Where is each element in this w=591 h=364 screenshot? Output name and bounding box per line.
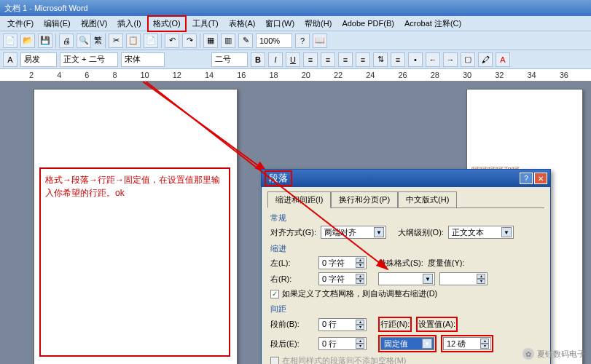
preview-icon[interactable]: 🔍 — [77, 33, 91, 48]
measure-spinner[interactable]: ▴▾ — [439, 272, 488, 285]
line-spacing-label: 行距(N): — [380, 320, 410, 328]
standard-toolbar: 📄 📂 💾 🖨 🔍 繁 ✂ 📋 📄 ↶ ↷ ▦ ▥ ✎ 100% ? 📖 — [0, 31, 591, 50]
group-spacing: 间距 — [270, 304, 541, 314]
after-label: 段后(E): — [270, 339, 314, 349]
auto-indent-checkbox[interactable]: ✓如果定义了文档网格，则自动调整右缩进(D) — [270, 288, 541, 299]
easy-dev-select[interactable]: 易发 — [20, 52, 57, 67]
align-label: 对齐方式(G): — [270, 227, 316, 238]
menu-table[interactable]: 表格(A) — [224, 17, 260, 31]
font-color-icon[interactable]: A — [496, 52, 510, 67]
numbering-icon[interactable]: ≡ — [391, 52, 405, 67]
columns-icon[interactable]: ▥ — [221, 33, 235, 48]
align-center-icon[interactable]: ≡ — [321, 52, 335, 67]
chevron-down-icon: ▼ — [374, 227, 384, 237]
italic-icon[interactable]: I — [268, 52, 283, 67]
dialog-tabs: 缩进和间距(I) 换行和分页(P) 中文版式(H) — [262, 187, 550, 207]
document-area: 格式→段落→行距→固定值，在设置值那里输入你希望的行距。ok 呵呵呵呵和呵 呵呵… — [0, 82, 591, 364]
bullets-icon[interactable]: • — [408, 52, 423, 67]
format-icon[interactable]: A — [3, 52, 17, 67]
cut-icon[interactable]: ✂ — [109, 33, 123, 48]
underline-icon[interactable]: U — [286, 52, 300, 67]
align-right-icon[interactable]: ≡ — [338, 52, 353, 67]
tab-indent-spacing[interactable]: 缩进和间距(I) — [267, 191, 331, 208]
line-spacing-combo[interactable]: 固定值▼ — [380, 337, 434, 350]
zoom-select[interactable]: 100% — [256, 33, 292, 48]
watermark: ✿ 夏钰数码电子 — [522, 348, 585, 360]
watermark-icon: ✿ — [522, 348, 534, 360]
size-select[interactable]: 二号 — [211, 52, 248, 67]
undo-icon[interactable]: ↶ — [165, 33, 179, 48]
chevron-down-icon: ▼ — [501, 227, 512, 237]
increase-indent-icon[interactable]: → — [443, 52, 458, 67]
menu-acrobat[interactable]: Acrobat 注释(C) — [400, 17, 466, 31]
no-space-checkbox: 在相同样式的段落间不添加空格(M) — [270, 355, 541, 364]
table-icon[interactable]: ▦ — [203, 33, 218, 48]
save-icon[interactable]: 💾 — [38, 33, 52, 48]
app-title: 文档 1 - Microsoft Word — [4, 3, 88, 14]
style-select[interactable]: 正文 + 二号 — [60, 52, 118, 67]
dialog-body: 常规 对齐方式(G): 两端对齐▼ 大纲级别(O): 正文文本▼ 缩进 左(L)… — [262, 208, 550, 364]
menu-format[interactable]: 格式(O) — [147, 15, 187, 32]
indent-right-label: 右(R): — [270, 274, 314, 285]
indent-right-spinner[interactable]: 0 字符▴▾ — [318, 272, 367, 285]
font-select[interactable]: 宋体 — [121, 52, 165, 67]
bold-icon[interactable]: B — [251, 52, 265, 67]
chevron-down-icon: ▼ — [422, 339, 432, 349]
menu-file[interactable]: 文件(F) — [3, 17, 38, 31]
justify-icon[interactable]: ≡ — [356, 52, 370, 67]
menu-edit[interactable]: 编辑(E) — [39, 17, 75, 31]
decrease-indent-icon[interactable]: ← — [426, 52, 440, 67]
menu-view[interactable]: 视图(V) — [77, 17, 112, 31]
menu-insert[interactable]: 插入(I) — [113, 17, 145, 31]
borders-icon[interactable]: ▢ — [461, 52, 475, 67]
tab-chinese[interactable]: 中文版式(H) — [398, 191, 457, 207]
chevron-down-icon: ▼ — [423, 274, 433, 284]
separator — [55, 33, 56, 48]
menu-window[interactable]: 窗口(W) — [261, 17, 299, 31]
separator — [161, 33, 162, 48]
align-left-icon[interactable]: ≡ — [303, 52, 318, 67]
print-icon[interactable]: 🖨 — [59, 33, 74, 48]
drawing-icon[interactable]: ✎ — [238, 33, 253, 48]
read-icon[interactable]: 📖 — [313, 33, 327, 48]
redo-icon[interactable]: ↷ — [182, 33, 197, 48]
special-combo[interactable]: ▼ — [378, 272, 435, 285]
measure-label: 度量值(Y): — [428, 258, 465, 269]
set-value-spinner[interactable]: 12 磅▴▾ — [443, 337, 491, 350]
title-bar: 文档 1 - Microsoft Word — [0, 0, 591, 16]
outline-label: 大纲级别(O): — [398, 227, 444, 238]
group-indent: 缩进 — [270, 243, 541, 254]
dialog-title: 段落 — [265, 170, 292, 186]
menu-help[interactable]: 帮助(H) — [300, 17, 336, 31]
line-spacing-icon[interactable]: ⇅ — [373, 52, 388, 67]
group-general: 常规 — [270, 213, 541, 223]
horizontal-ruler[interactable]: 2468101214161820222426283032343638 — [0, 68, 591, 82]
dialog-titlebar[interactable]: 段落 ? ✕ — [262, 170, 550, 187]
tab-line-page[interactable]: 换行和分页(P) — [331, 191, 398, 207]
separator — [200, 33, 200, 48]
help-icon[interactable]: ? — [295, 33, 310, 48]
align-combo[interactable]: 两端对齐▼ — [321, 226, 386, 239]
indent-left-spinner[interactable]: 0 字符▴▾ — [318, 256, 367, 269]
copy-icon[interactable]: 📋 — [126, 33, 141, 48]
before-spinner[interactable]: 0 行▴▾ — [318, 318, 367, 331]
new-doc-icon[interactable]: 📄 — [3, 33, 17, 48]
after-spinner[interactable]: 0 行▴▾ — [318, 337, 367, 350]
menu-adobe-pdf[interactable]: Adobe PDF(B) — [337, 17, 399, 29]
paste-icon[interactable]: 📄 — [144, 33, 158, 48]
special-label: 特殊格式(S): — [378, 258, 423, 269]
menu-tools[interactable]: 工具(T) — [188, 17, 223, 31]
formatting-toolbar: A 易发 正文 + 二号 宋体 二号 B I U ≡ ≡ ≡ ≡ ⇅ ≡ • ←… — [0, 50, 591, 68]
paragraph-dialog: 段落 ? ✕ 缩进和间距(I) 换行和分页(P) 中文版式(H) 常规 对齐方式… — [261, 169, 551, 364]
outline-combo[interactable]: 正文文本▼ — [448, 226, 514, 239]
annotation-note: 格式→段落→行距→固定值，在设置值那里输入你希望的行距。ok — [39, 167, 230, 357]
separator — [105, 33, 106, 48]
highlight-icon[interactable]: 🖍 — [478, 52, 493, 67]
open-icon[interactable]: 📂 — [20, 33, 35, 48]
dialog-close-icon[interactable]: ✕ — [534, 173, 547, 184]
trad-simp-label: 繁 — [94, 35, 102, 46]
menu-bar: 文件(F) 编辑(E) 视图(V) 插入(I) 格式(O) 工具(T) 表格(A… — [0, 16, 591, 31]
vertical-ruler[interactable] — [0, 82, 29, 364]
dialog-help-icon[interactable]: ? — [520, 173, 533, 184]
set-value-label: 设置值(A): — [418, 320, 455, 328]
